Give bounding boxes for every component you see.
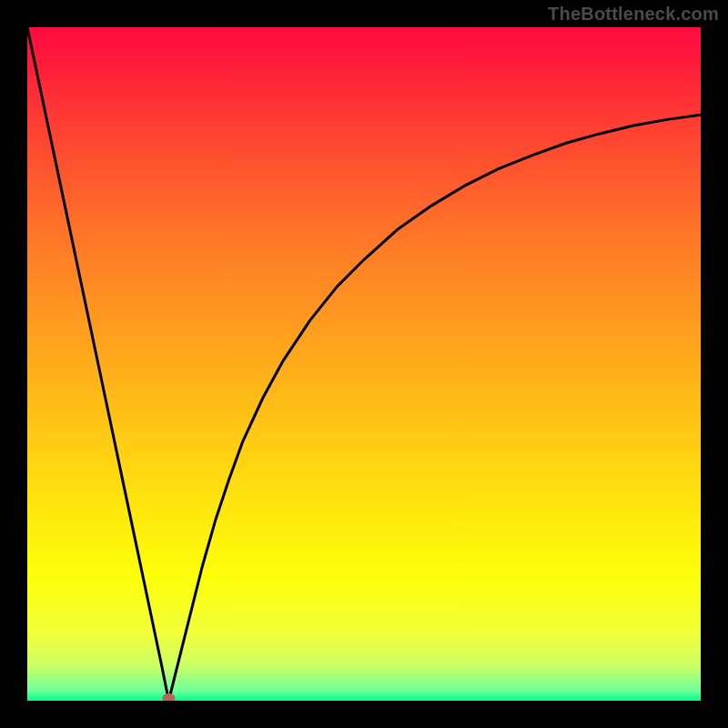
chart-frame: TheBottleneck.com (0, 0, 728, 728)
watermark-text: TheBottleneck.com (548, 4, 719, 25)
plot-area (27, 27, 701, 701)
svg-point-1 (162, 693, 175, 701)
bottleneck-curve (27, 27, 701, 701)
